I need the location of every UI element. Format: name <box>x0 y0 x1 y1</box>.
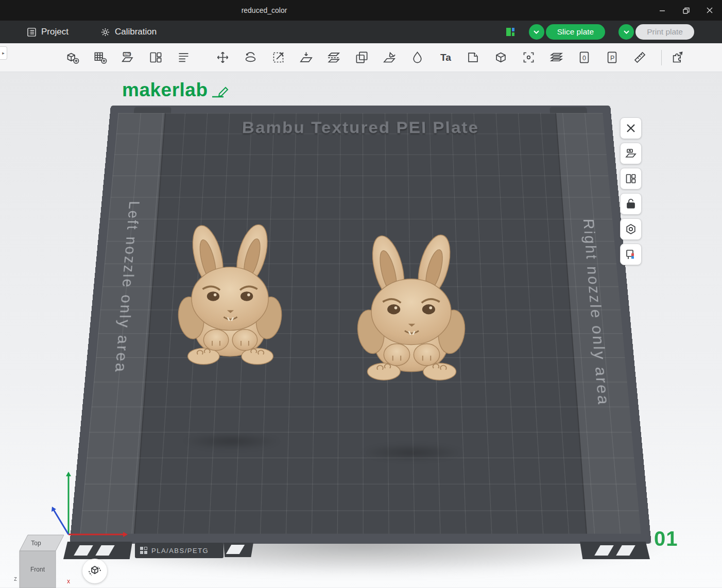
window-controls <box>654 0 718 21</box>
add-model-icon <box>65 50 79 64</box>
auto-orient-button[interactable]: AUTO <box>117 47 138 68</box>
svg-text:P: P <box>610 55 614 62</box>
chevron-down-icon <box>624 30 629 34</box>
plate-front-tab-middle <box>224 543 253 557</box>
svg-text:0: 0 <box>582 55 586 62</box>
clone-icon <box>355 50 369 64</box>
plate-cutout <box>594 545 614 556</box>
arrange-plate-button[interactable] <box>620 168 642 189</box>
model-shadow <box>183 433 281 450</box>
color-plate-icon <box>625 248 637 261</box>
chevron-down-icon <box>534 30 539 34</box>
measure-icon <box>633 50 647 64</box>
plates-layout-icon[interactable] <box>505 27 515 37</box>
delete-all-button[interactable] <box>620 117 642 139</box>
plate-settings-button[interactable] <box>620 218 642 240</box>
seam-paint-icon <box>466 50 480 64</box>
expander-arrow-icon: ▸ <box>2 50 5 56</box>
plate-front-tab-right <box>580 542 650 559</box>
color-paint-button[interactable] <box>407 47 427 68</box>
auto-orient-plate-icon <box>625 147 637 160</box>
toolbar-separator <box>661 50 662 65</box>
plate-material-label: PLA/ABS/PETG <box>151 547 209 555</box>
window-title: reduced_color <box>242 6 287 14</box>
toolbar-group-object: Ta 0 <box>212 47 650 68</box>
slice-plate-button[interactable]: Slice plate <box>546 24 606 40</box>
close-button[interactable] <box>701 3 718 18</box>
menu-project-label: Project <box>41 27 68 37</box>
support-paint-button[interactable] <box>379 47 400 68</box>
measure-button[interactable] <box>629 47 650 68</box>
move-icon <box>216 50 230 64</box>
place-on-face-button[interactable] <box>296 47 316 68</box>
orbit-control-button[interactable] <box>82 559 107 583</box>
scale-button[interactable] <box>268 47 288 68</box>
orbit-cube-icon <box>88 564 102 578</box>
close-icon <box>706 7 713 14</box>
nav-cube-front-label: Front <box>30 566 45 573</box>
process-0-icon: 0 <box>577 50 591 64</box>
arrange-plate-icon <box>625 172 637 185</box>
add-text-icon: Ta <box>438 50 452 64</box>
process-p-icon: P <box>605 50 619 64</box>
arrange-button[interactable] <box>145 47 166 68</box>
minimize-icon <box>659 7 666 14</box>
plate-material-box: PLA/ABS/PETG <box>135 543 224 558</box>
restore-button[interactable] <box>678 3 694 18</box>
print-split-button: Print plate <box>618 24 694 40</box>
plate-mount-tab <box>549 107 587 113</box>
viewport-canvas[interactable]: ▸ makerlab Left nozzle only area Right n… <box>0 72 722 587</box>
objects-list-icon <box>177 50 191 64</box>
color-paint-icon <box>410 50 424 64</box>
model-bunny-left[interactable] <box>178 215 283 370</box>
add-plate-button[interactable] <box>90 47 110 68</box>
plate-mount-tab <box>134 107 171 113</box>
scale-icon <box>271 50 285 64</box>
add-text-button[interactable]: Ta <box>435 47 455 68</box>
model-shadow <box>360 444 463 461</box>
select-frame-button[interactable] <box>518 47 539 68</box>
slice-dropdown-button[interactable] <box>529 24 544 40</box>
menu-calibration-label: Calibration <box>115 27 157 37</box>
print-plate-button[interactable]: Print plate <box>635 24 694 40</box>
add-model-button[interactable] <box>62 47 82 68</box>
seam-paint-button[interactable] <box>462 47 483 68</box>
process-0-button[interactable]: 0 <box>574 47 594 68</box>
rotate-button[interactable] <box>240 47 261 68</box>
add-primitive-button[interactable] <box>490 47 511 68</box>
model-bunny-right[interactable] <box>356 228 467 383</box>
objects-list-button[interactable] <box>173 47 194 68</box>
variable-layer-height-button[interactable] <box>546 47 566 68</box>
gear-icon <box>100 27 110 37</box>
cut-button[interactable] <box>323 47 344 68</box>
delete-all-icon <box>625 122 637 134</box>
clone-button[interactable] <box>351 47 372 68</box>
main-toolbar: AUTO <box>0 43 722 72</box>
plate-cutout <box>226 545 245 554</box>
cut-icon <box>327 50 341 64</box>
svg-text:AUTO: AUTO <box>124 53 131 56</box>
print-dropdown-button[interactable] <box>618 24 634 40</box>
lock-plate-button[interactable] <box>620 193 642 215</box>
menu-project[interactable]: Project <box>27 27 68 37</box>
assembly-view-button[interactable] <box>669 47 686 68</box>
rotate-icon <box>244 50 257 64</box>
plate-title: Bambu Textured PEI Plate <box>116 119 605 137</box>
move-button[interactable] <box>212 47 233 68</box>
makerlab-logo-text: makerlab <box>122 79 208 101</box>
left-panel-expander[interactable]: ▸ <box>0 46 7 60</box>
toolbar-group-plate: AUTO <box>62 47 194 68</box>
menu-bar: Project Calibration Slice plate Print pl… <box>0 21 722 43</box>
plate-cutout <box>616 545 635 556</box>
arrange-icon <box>149 50 163 64</box>
place-on-face-icon <box>299 50 313 64</box>
process-p-button[interactable]: P <box>601 47 622 68</box>
menu-calibration[interactable]: Calibration <box>100 27 157 37</box>
add-primitive-icon <box>494 50 508 64</box>
auto-orient-plate-button[interactable] <box>620 143 642 164</box>
plate-side-toolbar <box>620 117 642 265</box>
plate-number: 01 <box>654 527 678 550</box>
color-plate-button[interactable] <box>620 244 642 265</box>
select-frame-icon <box>522 50 536 64</box>
minimize-button[interactable] <box>654 3 671 18</box>
